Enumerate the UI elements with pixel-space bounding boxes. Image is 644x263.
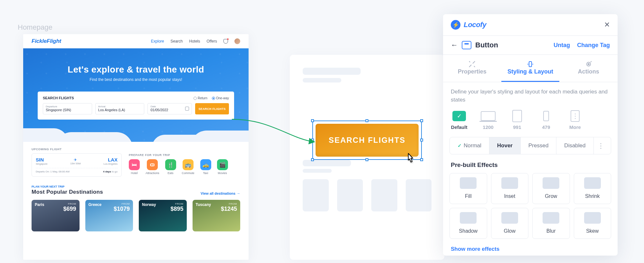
prep-item[interactable]: 🍴Eats <box>165 159 176 175</box>
selected-element: SEARCH FLIGHTS <box>312 121 422 160</box>
breakpoints: ✓Default 1200 991 479 More <box>443 110 618 137</box>
locofy-panel: ⚡ Locofy ✕ ← Button Untag Change Tag Pro… <box>443 14 618 256</box>
effect-option[interactable]: Inset <box>491 173 529 204</box>
tab-properties[interactable]: Properties <box>443 55 501 82</box>
show-more-effects-link[interactable]: Show more effects <box>443 245 618 256</box>
search-card-title: SEARCH FLIGHTS <box>43 96 74 100</box>
upcoming-flight-card[interactable]: SINSingapore ✈15H 55M LAXLos Angeles Dep… <box>32 153 122 177</box>
bell-icon[interactable] <box>223 39 228 44</box>
arrival-field[interactable]: Arrival Los Angeles (LA) <box>95 103 145 114</box>
locofy-logo-icon: ⚡ <box>451 20 460 30</box>
search-flights-button[interactable]: SEARCH FLIGHTS <box>195 103 229 114</box>
svg-point-4 <box>588 63 589 65</box>
arrow-right-icon: → <box>237 191 240 195</box>
effect-option[interactable]: Glow <box>491 208 529 239</box>
prep-item[interactable]: 🚌Commute <box>182 159 194 175</box>
nav-offers[interactable]: Offers <box>207 39 217 44</box>
search-flights-preview-button[interactable]: SEARCH FLIGHTS <box>316 124 419 157</box>
destination-card[interactable]: NorwayFROM$895 <box>139 200 187 231</box>
effect-option[interactable]: Grow <box>532 173 570 204</box>
tab-description: Define your layer's styling and layout f… <box>443 82 618 110</box>
back-arrow-icon[interactable]: ← <box>451 41 458 49</box>
states-row: ✓Normal Hover Pressed Disabled ⋮ <box>450 137 611 154</box>
view-all-link[interactable]: View all destinations → <box>201 191 240 195</box>
button-element-icon <box>462 41 471 49</box>
homepage-frame: FickleFlight Explore Search Hotels Offer… <box>23 34 249 260</box>
oneway-radio[interactable]: One-way <box>212 96 229 100</box>
element-name: Button <box>475 41 498 49</box>
prepare-trip: PREPARE FOR YOUR TRIP 🛏Hotel🎟Attractions… <box>129 153 240 175</box>
layout-icon <box>501 60 560 68</box>
check-icon: ✓ <box>458 143 462 149</box>
destination-card[interactable]: TuscanyFROM$1245 <box>193 200 241 231</box>
effect-option[interactable]: Shadow <box>450 208 487 239</box>
close-icon[interactable]: ✕ <box>604 21 610 29</box>
state-more-icon[interactable]: ⋮ <box>594 137 608 154</box>
effect-option[interactable]: Shrink <box>574 173 611 204</box>
upcoming-label: UPCOMING FLIGHT <box>32 148 240 151</box>
untag-link[interactable]: Untag <box>554 42 570 49</box>
change-tag-link[interactable]: Change Tag <box>577 42 610 49</box>
plane-icon: ✈ <box>70 158 80 162</box>
brand-logo[interactable]: FickleFlight <box>32 38 61 44</box>
calendar-icon <box>185 107 189 111</box>
bp-991[interactable]: 991 <box>509 110 526 130</box>
bp-more[interactable]: More <box>567 110 583 130</box>
departure-field[interactable]: Departure Singapore (SIN) <box>43 103 92 114</box>
homepage-nav: FickleFlight Explore Search Hotels Offer… <box>23 34 249 48</box>
destination-card[interactable]: GreeceFROM$1079 <box>85 200 133 231</box>
breadcrumb: ← Button Untag Change Tag <box>443 36 618 54</box>
tab-styling[interactable]: Styling & Layout <box>501 55 560 82</box>
state-normal[interactable]: ✓Normal <box>450 137 489 154</box>
frame-label: Homepage <box>18 23 52 32</box>
hero: Let's explore & travel the world Find th… <box>23 48 249 142</box>
nav-hotels[interactable]: Hotels <box>189 39 200 44</box>
hero-clouds <box>23 119 249 142</box>
locofy-logo-text: Locofy <box>464 21 486 29</box>
wrench-icon <box>443 60 501 68</box>
panel-tabs: Properties Styling & Layout Actions <box>443 54 618 82</box>
hero-subtitle: Find the best destinations and the most … <box>23 77 249 82</box>
state-disabled[interactable]: Disabled <box>556 137 593 154</box>
prep-item[interactable]: 🎬Movies <box>217 159 228 175</box>
target-icon <box>559 60 618 68</box>
effect-option[interactable]: Skew <box>574 208 611 239</box>
avatar[interactable] <box>234 38 240 44</box>
destination-card[interactable]: ParisFROM$699 <box>32 200 80 231</box>
state-hover[interactable]: Hover <box>489 137 521 154</box>
destinations-title: Most Popular Destinations <box>32 189 103 195</box>
plan-trip-label: PLAN YOUR NEXT TRIP <box>32 185 103 188</box>
prep-item[interactable]: 🚕Taxi <box>200 159 211 175</box>
state-pressed[interactable]: Pressed <box>521 137 556 154</box>
hero-title: Let's explore & travel the world <box>23 64 249 75</box>
tab-actions[interactable]: Actions <box>559 55 618 82</box>
nav-search[interactable]: Search <box>170 39 183 44</box>
bp-1200[interactable]: 1200 <box>480 110 497 130</box>
bp-default[interactable]: ✓Default <box>451 110 468 130</box>
search-card: SEARCH FLIGHTS Return One-way Departure … <box>38 92 234 120</box>
prep-item[interactable]: 🛏Hotel <box>129 159 140 175</box>
preview-area: SEARCH FLIGHTS <box>280 34 454 260</box>
nav-links: Explore Search Hotels Offers <box>151 38 240 44</box>
svg-rect-0 <box>529 62 532 67</box>
date-field[interactable]: Date 01/05/2022 <box>147 103 192 114</box>
bp-479[interactable]: 479 <box>538 110 554 130</box>
prep-item[interactable]: 🎟Attractions <box>146 159 159 175</box>
nav-explore[interactable]: Explore <box>151 39 164 44</box>
effects-heading: Pre-built Effects <box>443 161 618 173</box>
effect-option[interactable]: Blur <box>532 208 570 239</box>
pointer-cursor-icon <box>405 152 416 167</box>
effect-option[interactable]: Fill <box>450 173 487 204</box>
return-radio[interactable]: Return <box>194 96 207 100</box>
